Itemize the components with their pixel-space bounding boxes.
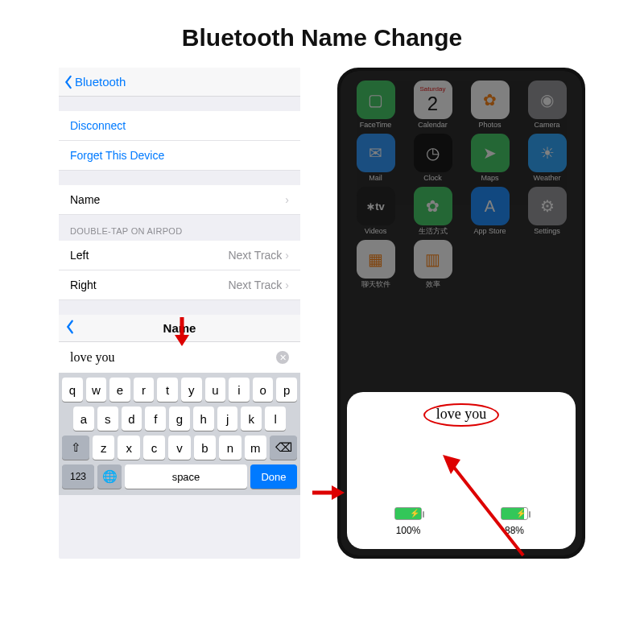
app-label: Camera	[534, 122, 559, 129]
chevron-right-icon: ›	[285, 279, 289, 291]
app-icon: ⚙	[528, 187, 567, 225]
arrow-diagonal-icon	[435, 447, 531, 559]
key-m[interactable]: m	[245, 436, 266, 460]
left-label: Left	[70, 249, 89, 262]
key-c[interactable]: c	[143, 436, 165, 460]
app-label: Photos	[478, 122, 501, 129]
chevron-right-icon: ›	[285, 193, 289, 206]
name-row-label: Name	[70, 193, 100, 206]
app-mail[interactable]: ✉Mail	[349, 134, 402, 182]
app-icon: Saturday2	[414, 80, 452, 119]
key-b[interactable]: b	[194, 436, 216, 460]
keyboard: qwertyuiop asdfghjkl ⇧ zxcvbnm ⌫ 123 🌐 s…	[59, 373, 300, 495]
name-row[interactable]: Name ›	[59, 185, 300, 215]
app-label: 效率	[426, 281, 440, 288]
app-icon: ◉	[528, 80, 567, 119]
app-icon: ∗tv	[357, 187, 395, 225]
key-q[interactable]: q	[62, 378, 83, 402]
app-weather[interactable]: ☀Weather	[520, 134, 574, 182]
key-v[interactable]: v	[168, 436, 190, 460]
key-d[interactable]: d	[122, 407, 142, 431]
app-app-store[interactable]: AApp Store	[463, 187, 517, 235]
app-icon: A	[471, 187, 510, 225]
backspace-key[interactable]: ⌫	[270, 436, 297, 460]
name-input-value: love you	[70, 350, 115, 365]
globe-key[interactable]: 🌐	[97, 464, 122, 489]
numbers-key[interactable]: 123	[62, 464, 94, 489]
app-clock[interactable]: ◷Clock	[406, 134, 460, 182]
key-e[interactable]: e	[109, 378, 130, 402]
key-n[interactable]: n	[219, 436, 241, 460]
key-y[interactable]: y	[181, 378, 202, 402]
app-label: FaceTime	[360, 122, 392, 129]
app-label: App Store	[473, 228, 506, 235]
home-grid: ▢FaceTimeSaturday2Calendar✿Photos◉Camera…	[341, 71, 582, 288]
app-label: Maps	[481, 175, 498, 182]
app-camera[interactable]: ◉Camera	[520, 80, 574, 129]
app-icon: ▢	[357, 80, 395, 119]
done-key[interactable]: Done	[250, 464, 297, 489]
app-calendar[interactable]: Saturday2Calendar	[406, 80, 460, 129]
key-i[interactable]: i	[229, 378, 250, 402]
left-value: Next Track	[228, 249, 282, 262]
key-j[interactable]: j	[217, 407, 238, 431]
app-icon: ◷	[414, 134, 452, 172]
key-a[interactable]: a	[73, 407, 94, 431]
back-label: Bluetooth	[75, 75, 126, 89]
battery-percent: 100%	[396, 525, 421, 536]
app-label: Videos	[365, 228, 386, 235]
key-o[interactable]: o	[253, 378, 274, 402]
app-maps[interactable]: ➤Maps	[463, 134, 517, 182]
app-icon: ▦	[357, 240, 395, 279]
app-icon: ✿	[471, 80, 510, 119]
back-button[interactable]	[65, 320, 75, 336]
key-z[interactable]: z	[93, 436, 114, 460]
key-t[interactable]: t	[157, 378, 178, 402]
battery-indicator: ⚡100%	[394, 507, 422, 536]
key-s[interactable]: s	[97, 407, 118, 431]
app-label: Clock	[423, 175, 442, 182]
app-videos[interactable]: ∗tvVideos	[349, 187, 402, 235]
app-label: Calendar	[418, 122, 448, 129]
arrow-down-icon	[172, 316, 192, 348]
popup-device-name: love you	[423, 403, 500, 427]
app-label: Mail	[369, 175, 382, 182]
app-settings[interactable]: ⚙Settings	[520, 187, 574, 235]
left-airpod-row[interactable]: Left Next Track›	[59, 241, 300, 270]
key-h[interactable]: h	[193, 407, 214, 431]
app-效率[interactable]: ▥效率	[406, 240, 460, 288]
app-聊天软件[interactable]: ▦聊天软件	[349, 240, 402, 288]
space-key[interactable]: space	[125, 464, 247, 489]
chevron-right-icon: ›	[285, 249, 289, 262]
key-g[interactable]: g	[169, 407, 190, 431]
clear-text-button[interactable]: ✕	[276, 351, 289, 364]
key-x[interactable]: x	[118, 436, 139, 460]
key-k[interactable]: k	[241, 407, 262, 431]
forget-device-row[interactable]: Forget This Device	[59, 141, 300, 171]
app-label: 聊天软件	[361, 281, 390, 288]
arrow-right-icon	[311, 483, 346, 502]
chevron-left-icon	[64, 75, 73, 89]
app-icon: ➤	[471, 134, 510, 172]
app-icon: ☀	[528, 134, 567, 172]
app-icon: ▥	[414, 240, 452, 279]
key-u[interactable]: u	[205, 378, 226, 402]
settings-screen: Bluetooth Disconnect Forget This Device …	[59, 68, 300, 559]
back-button[interactable]: Bluetooth	[64, 75, 126, 89]
app-photos[interactable]: ✿Photos	[463, 80, 517, 129]
app-icon: ✉	[357, 134, 395, 172]
app-facetime[interactable]: ▢FaceTime	[349, 80, 402, 129]
right-label: Right	[70, 279, 97, 291]
page-title: Bluetooth Name Change	[0, 0, 644, 68]
right-airpod-row[interactable]: Right Next Track›	[59, 270, 300, 300]
app-生活方式[interactable]: ✿生活方式	[406, 187, 460, 235]
shift-key[interactable]: ⇧	[62, 436, 89, 460]
key-f[interactable]: f	[145, 407, 166, 431]
key-l[interactable]: l	[265, 407, 286, 431]
app-label: Settings	[534, 228, 560, 235]
disconnect-row[interactable]: Disconnect	[59, 111, 300, 141]
app-label: 生活方式	[419, 228, 448, 235]
key-p[interactable]: p	[276, 378, 297, 402]
key-w[interactable]: w	[86, 378, 107, 402]
key-r[interactable]: r	[134, 378, 155, 402]
